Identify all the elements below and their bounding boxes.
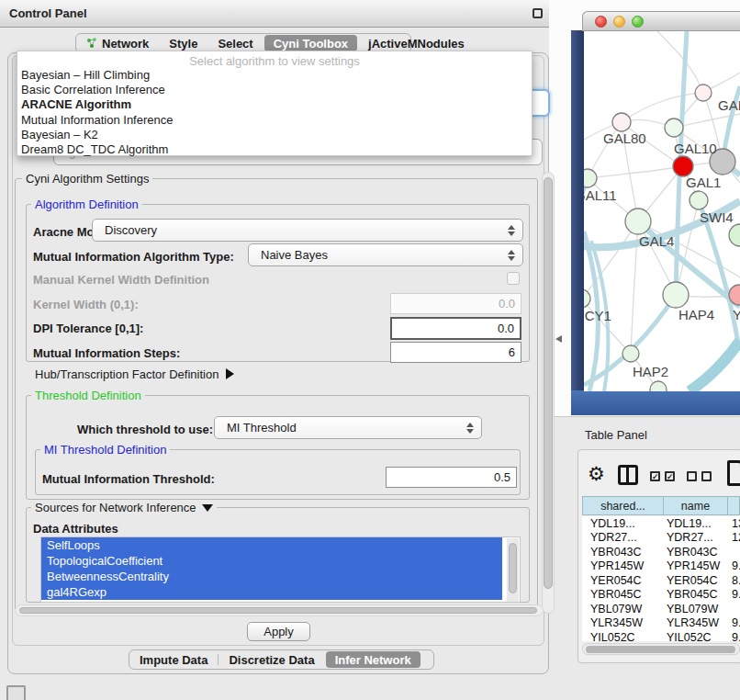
network-node[interactable]	[584, 289, 590, 308]
select-all-checkbox-icon[interactable]: ✓	[650, 471, 660, 481]
table-header-cell[interactable]	[728, 497, 740, 514]
which-threshold-combo[interactable]: MI Threshold	[214, 416, 482, 439]
tab-jactivemnodules-label: jActiveMNodules	[368, 37, 465, 51]
select-all-checkbox-icon[interactable]: ✓	[665, 471, 675, 481]
mi-threshold-field[interactable]: 0.5	[386, 467, 517, 488]
column-chooser-divider	[626, 468, 629, 482]
network-window-titlebar[interactable]	[582, 11, 740, 31]
network-node[interactable]	[622, 345, 639, 362]
attributes-list-scrollbar-thumb[interactable]	[509, 543, 517, 593]
settings-horizontal-scrollbar[interactable]	[15, 604, 544, 616]
table-row[interactable]: YIL052CYIL052C9.	[582, 630, 740, 641]
network-node-label: GAL	[718, 97, 740, 113]
table-cell: YLR345W	[663, 616, 727, 629]
manual-kernel-checkbox[interactable]	[507, 272, 520, 285]
table-settings-gear-icon[interactable]: ⚙	[588, 463, 605, 485]
apply-button[interactable]: Apply	[247, 622, 310, 641]
tab-style[interactable]: Style	[159, 34, 207, 52]
network-node-label: SWI4	[700, 209, 734, 225]
tab-cyni-toolbox[interactable]: Cyni Toolbox	[264, 35, 357, 51]
algorithm-option[interactable]: Mutual Information Inference	[17, 113, 532, 128]
aracne-mode-combo[interactable]: Discovery	[92, 219, 523, 242]
tab-impute-data[interactable]: Impute Data	[129, 650, 218, 669]
network-node-label: GAL10	[674, 141, 717, 156]
attributes-list-scrollbar[interactable]	[507, 538, 519, 603]
network-node[interactable]	[673, 156, 693, 176]
data-attribute-item[interactable]: gal4RGexp	[41, 584, 502, 600]
network-node[interactable]	[584, 169, 597, 187]
network-node-label: GCY1	[584, 308, 611, 323]
network-view-canvas[interactable]: GALGAL80GAL10GAL1GAL11SWI4GAL4GCY1HAP4YH…	[584, 31, 740, 391]
hub-transcription-section-toggle[interactable]: Hub/Transcription Factor Definition	[35, 367, 234, 381]
network-node[interactable]	[663, 282, 689, 308]
table-header-cell[interactable]: shared...	[583, 497, 664, 514]
tab-network[interactable]: Network	[76, 34, 159, 52]
algorithm-option[interactable]: Dream8 DC_TDC Algorithm	[17, 142, 532, 157]
tab-select[interactable]: Select	[207, 34, 263, 52]
network-node[interactable]	[695, 85, 712, 101]
deselect-all-checkbox-icon[interactable]	[701, 471, 712, 481]
column-chooser-icon[interactable]	[618, 465, 638, 485]
mi-steps-field[interactable]: 6	[390, 342, 521, 363]
table-row[interactable]: YBL079WYBL079W	[582, 602, 740, 616]
data-attributes-list[interactable]: SelfLoopsTopologicalCoefficientBetweenne…	[40, 536, 521, 603]
table-horizontal-scrollbar-thumb[interactable]	[586, 646, 735, 653]
table-row[interactable]: YDR27...YDR27...12	[582, 531, 740, 546]
table-row[interactable]: YDL19...YDL19...13	[582, 516, 740, 531]
dpi-tolerance-field[interactable]: 0.0	[390, 317, 521, 340]
network-node[interactable]	[729, 224, 740, 246]
table-cell: 9.	[727, 631, 740, 641]
tab-infer-network[interactable]: Infer Network	[326, 651, 420, 668]
tab-cyni-toolbox-label: Cyni Toolbox	[274, 37, 348, 51]
network-node[interactable]	[665, 119, 683, 137]
table-row[interactable]: YPR145WYPR145W9.	[582, 559, 740, 574]
tab-discretize-data[interactable]: Discretize Data	[219, 650, 324, 669]
window-minimize-icon[interactable]	[613, 16, 625, 28]
collapsed-arrow-icon	[226, 368, 234, 379]
algorithm-option[interactable]: ARACNE Algorithm	[17, 97, 532, 112]
algorithm-option[interactable]: Bayesian – K2	[17, 128, 532, 142]
table-row[interactable]: YBR043CYBR043C	[582, 545, 740, 559]
table-row[interactable]: YER054CYER054C8.	[582, 573, 740, 588]
tab-jactivemnodules[interactable]: jActiveMNodules	[358, 34, 475, 52]
network-node-label: GAL4	[639, 233, 674, 249]
table-cell: 9.	[727, 559, 740, 572]
table-cell: 9.	[727, 588, 740, 601]
data-attribute-item[interactable]: BetweennessCentrality	[41, 569, 502, 584]
expanded-arrow-icon	[202, 504, 213, 512]
table-cell: YDL19...	[663, 517, 727, 530]
window-close-icon[interactable]	[595, 16, 607, 28]
float-panel-icon[interactable]	[533, 8, 543, 18]
settings-horizontal-scrollbar-thumb[interactable]	[19, 607, 537, 614]
mi-algorithm-type-label: Mutual Information Algorithm Type:	[33, 250, 234, 264]
table-row[interactable]: YLR345WYLR345W9.	[582, 616, 740, 631]
splitter-collapse-icon[interactable]	[555, 335, 562, 343]
mi-threshold-definition-title: MI Threshold Definition	[40, 443, 170, 457]
table-header-cell[interactable]: name	[664, 497, 728, 514]
settings-vertical-scrollbar[interactable]	[542, 172, 555, 614]
table-panel-title: Table Panel	[585, 428, 647, 442]
data-attribute-item[interactable]: TopologicalCoefficient	[41, 553, 502, 569]
table-cell: YER054C	[663, 574, 727, 587]
algorithm-option[interactable]: Bayesian – Hill Climbing	[17, 68, 532, 83]
tab-discretize-data-label: Discretize Data	[229, 653, 314, 667]
network-node[interactable]	[612, 113, 631, 131]
table-horizontal-scrollbar[interactable]	[582, 643, 740, 655]
table-cell: YBR043C	[582, 546, 663, 559]
network-node[interactable]	[690, 191, 708, 209]
mi-threshold-label: Mutual Information Threshold:	[42, 472, 215, 486]
algorithm-definition-title: Algorithm Definition	[31, 198, 142, 211]
algorithm-option[interactable]: Basic Correlation Inference	[17, 83, 532, 97]
network-node[interactable]	[625, 209, 651, 234]
restore-panel-button[interactable]	[6, 685, 26, 700]
import-table-file-icon[interactable]	[727, 460, 740, 486]
which-threshold-label: Which threshold to use:	[77, 423, 213, 436]
window-zoom-icon[interactable]	[632, 16, 644, 28]
algorithm-popup-list: Bayesian – Hill ClimbingBasic Correlatio…	[17, 68, 532, 157]
deselect-all-checkbox-icon[interactable]	[687, 471, 697, 481]
mi-algorithm-type-combo[interactable]: Naive Bayes	[248, 243, 523, 266]
data-attribute-item[interactable]: SelfLoops	[41, 537, 502, 553]
settings-vertical-scrollbar-thumb[interactable]	[544, 177, 553, 589]
table-row[interactable]: YBR045CYBR045C9.	[582, 588, 740, 603]
sources-group-title[interactable]: Sources for Network Inference	[31, 501, 217, 514]
